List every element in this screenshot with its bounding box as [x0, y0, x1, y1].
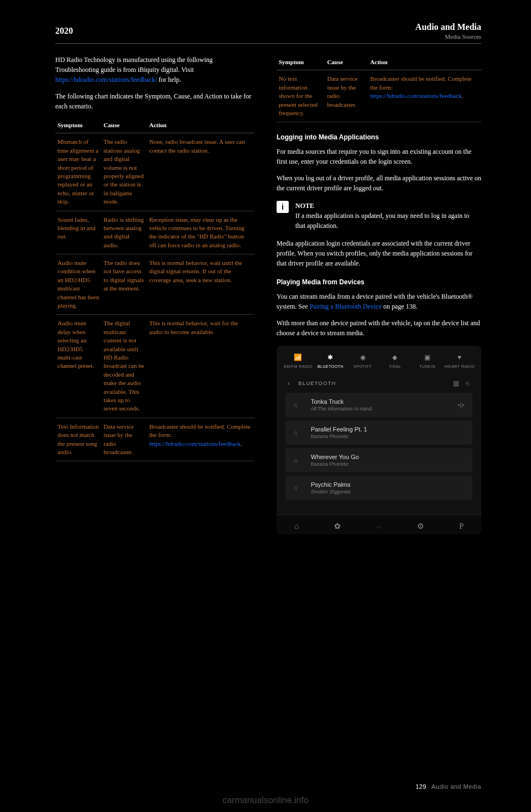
header-divider	[55, 43, 481, 44]
source-tidal[interactable]: ◆TIDAL	[379, 353, 411, 368]
source-spotify[interactable]: ◉SPOTIFY	[347, 353, 379, 368]
th-cause-r: Cause	[325, 55, 368, 70]
troubleshooting-table: Symptom Cause Action Mismatch of time al…	[55, 118, 254, 461]
music-note-icon: ♫	[293, 429, 303, 436]
bt-heading: BLUETOOTH	[299, 381, 336, 386]
track-item[interactable]: ♫ Parallel Feeling Pt. 1Banana Phonetic	[285, 420, 472, 445]
source-iheart[interactable]: ♥IHEART RADIO	[444, 353, 476, 368]
page-footer: 129 Audio and Media	[415, 783, 481, 790]
note-block: i NOTEIf a media application is updated,…	[277, 201, 481, 231]
park-icon[interactable]: P	[459, 522, 464, 531]
music-note-icon: ♫	[293, 457, 303, 464]
table-intro: The following chart indicates the Sympto…	[55, 91, 254, 111]
login-p3: Media application login credentials are …	[277, 238, 481, 268]
settings-icon[interactable]: ⚙	[417, 522, 424, 531]
feedback-link[interactable]: https://hdradio.com/stations/feedback/	[55, 76, 157, 84]
feedback-link-right[interactable]: https://hdradio.com/stations/feedback	[370, 92, 461, 99]
table-row: Sound fades, blending in and out.Radio i…	[55, 211, 254, 254]
back-icon[interactable]: ‹	[288, 379, 291, 387]
table-row: Audio mute delay when selecting an HD2/H…	[55, 315, 254, 418]
car-icon[interactable]: ⌂	[294, 522, 299, 531]
track-item[interactable]: ♫ Wherever You GoBanana Phonetic	[285, 448, 472, 472]
login-p2: When you log out of a driver profile, al…	[277, 173, 481, 193]
intro-paragraph: HD Radio Technology is manufactured usin…	[55, 55, 254, 85]
music-note-icon: ♫	[293, 402, 303, 408]
table-row: Text Information does not match the pres…	[55, 418, 254, 461]
fan-icon[interactable]: ✿	[334, 522, 341, 531]
login-p1: For media sources that require you to si…	[277, 147, 481, 166]
grid-view-icon[interactable]: ▦	[453, 379, 460, 387]
section-heading-login: Logging into Media Applications	[277, 133, 481, 141]
source-bluetooth[interactable]: ✱BLUETOOTH	[314, 353, 346, 368]
th-action-r: Action	[368, 55, 481, 70]
page-subtitle: Media Sources	[415, 33, 481, 40]
th-symptom: Symptom	[55, 118, 101, 133]
device-icon[interactable]: ⎋	[466, 379, 471, 387]
media-screenshot: 📶AM/FM RADIO ✱BLUETOOTH ◉SPOTIFY ◆TIDAL …	[277, 346, 481, 534]
header-year: 2020	[55, 26, 73, 36]
source-tunein[interactable]: ▣TUNEIN	[411, 353, 443, 368]
th-cause: Cause	[101, 118, 147, 133]
music-note-icon: ♫	[293, 485, 303, 491]
table-row: Audio mute condition when an HD2/HD5 mul…	[55, 254, 254, 315]
track-item[interactable]: ♫ Psychic PalmsSmokin' Ziggurats	[285, 476, 472, 500]
playing-p2: With more than one device paired with th…	[277, 318, 481, 338]
source-amfm[interactable]: 📶AM/FM RADIO	[282, 353, 314, 368]
table-row: Mismatch of time alignment a user may he…	[55, 133, 254, 211]
page-title: Audio and Media	[415, 22, 481, 32]
playing-p1: You can stream media from a device paire…	[277, 292, 481, 311]
now-playing-icon: •||•	[458, 402, 465, 408]
th-symptom-r: Symptom	[277, 55, 325, 70]
feedback-link-row5[interactable]: https://hdradio.com/stations/feedback	[149, 440, 241, 447]
table-row: No text information shown for the presen…	[277, 70, 481, 122]
section-heading-playing: Playing Media from Devices	[277, 278, 481, 286]
th-action: Action	[147, 118, 254, 133]
pairing-link[interactable]: Pairing a Bluetooth Device	[310, 303, 382, 310]
note-icon: i	[277, 201, 289, 213]
expand-icon[interactable]: ︿	[376, 523, 382, 530]
watermark: carmanualsonline.info	[222, 795, 309, 805]
track-item[interactable]: ♫ Tonka TruckAll The Information At Hand…	[285, 393, 472, 417]
troubleshooting-table-cont: Symptom Cause Action No text information…	[277, 55, 481, 122]
